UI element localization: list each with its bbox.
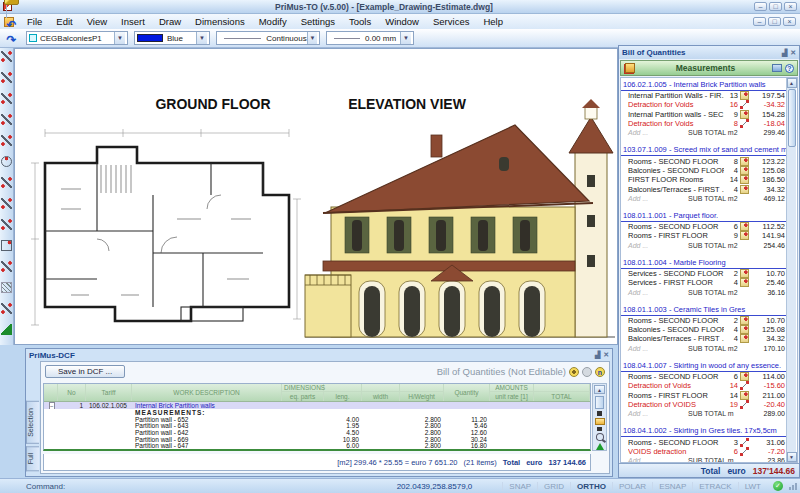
measurement-row[interactable]: Detraction of Voids 14 -15.60 [621,381,787,390]
printer-icon[interactable] [772,64,782,72]
line-tool-icon[interactable] [1,51,12,62]
pause-icon[interactable] [582,367,592,377]
measurement-row[interactable]: Services - FIRST FLOOR 4 25.46 [621,278,787,287]
measurement-row[interactable]: Internal Partition Walls - FIR... 13 197… [621,91,787,100]
scroll-up-icon[interactable]: ▲ [787,78,797,88]
table-row[interactable]: Partition wall - 669 10.80 2.800 30.24 [44,436,590,443]
measurement-row[interactable]: FIRST FLOOR Rooms 14 186.50 [621,175,787,184]
pin-icon[interactable]: ▟ [782,49,787,57]
dcf-group-row[interactable]: − 1 106.02.1.005 Internal Brick Partitio… [44,402,590,409]
folder-icon[interactable] [595,418,605,425]
save-in-dcf-button[interactable]: Save in DCF ... [45,365,125,378]
chevron-down-icon[interactable]: ▼ [400,32,411,44]
table-row[interactable]: Partition wall - 648 3.75 2.800 10.50 [44,449,590,451]
undo-icon[interactable] [4,18,19,33]
table-row[interactable]: Partition wall - 647 6.00 2.800 16.80 [44,442,590,449]
toggle-lwt[interactable]: LWT [738,482,767,491]
resize-grip-icon[interactable] [789,483,797,490]
toggle-polar[interactable]: POLAR [612,482,652,491]
dcf-tab[interactable]: Full [26,446,39,471]
measurement-row[interactable]: Balconies/Terraces - FIRST ... 4 34.32 [621,334,787,343]
measurement-row[interactable]: Detraction of VOIDS 19 -20.40 [621,400,787,409]
linetype-combo[interactable]: Continuous ▼ [216,31,320,45]
measurement-row[interactable]: Rooms - FIRST FLOOR 14 211.00 [621,391,787,400]
polyline-tool-icon[interactable] [1,72,12,83]
measurement-row[interactable]: Rooms - SECOND FLOOR 2 10.70 [621,316,787,325]
menu-draw[interactable]: Draw [152,15,188,28]
measurement-row[interactable]: Services - SECOND FLOOR 2 10.70 [621,269,787,278]
close-button[interactable]: × [784,2,797,11]
freehand-tool-icon[interactable] [1,135,12,146]
doc-close-button[interactable]: × [783,17,796,26]
layer-combo[interactable]: CEGBalconiesP1 ▼ [26,31,128,45]
ellipse-tool-icon[interactable] [1,198,12,209]
color-combo[interactable]: Blue ▼ [134,31,210,45]
polygon-tool-icon[interactable] [1,261,12,272]
doc-restore-button[interactable]: □ [768,17,781,26]
add-link[interactable]: Add ... [628,195,688,202]
splitter-icon[interactable] [597,411,602,416]
menu-file[interactable]: File [20,15,49,28]
magnifier-icon[interactable] [596,433,604,441]
measurement-row[interactable]: Rooms - SECOND FLOOR 8 123.22 [621,156,787,165]
boq-section-title[interactable]: 108.01.1.001 - Parquet floor. [621,209,787,222]
note-icon[interactable]: n [595,367,605,377]
boq-section-title[interactable]: 108.01.1.004 - Marble Flooring [621,256,787,269]
table-row[interactable]: Partition wall - 642 4.50 2.800 12.60 [44,429,590,436]
add-link[interactable]: Add ... [628,289,688,296]
menu-view[interactable]: View [80,15,114,28]
help-icon[interactable]: ? [785,64,794,73]
add-link[interactable]: Add ... [628,242,688,249]
drawing-canvas[interactable]: GROUND FLOOR ELEVATION VIEW [14,48,618,345]
add-link[interactable]: Add ... [628,410,688,417]
close-icon[interactable]: ✕ [603,351,609,359]
maximize-button[interactable]: □ [769,2,782,11]
doc-minimize-button[interactable]: – [753,17,766,26]
image-tool-icon[interactable] [1,303,12,314]
menu-services[interactable]: Services [426,15,476,28]
menu-help[interactable]: Help [476,15,510,28]
table-row[interactable]: Partition wall - 652 4.00 2.800 11.20 [44,416,590,423]
chevron-down-icon[interactable]: ▼ [196,32,207,44]
rect-sketch-tool-icon[interactable] [1,114,12,125]
cloud-tool-icon[interactable] [1,219,12,230]
pin-icon[interactable]: ▟ [595,351,600,359]
toggle-grid[interactable]: GRID [537,482,570,491]
hatch-tool-icon[interactable] [1,282,12,293]
menu-window[interactable]: Window [378,15,426,28]
measurement-row[interactable]: VOIDS detraction 6 -7.20 [621,447,787,456]
measurement-row[interactable]: Rooms - FIRST FLOOR 9 141.94 [621,231,787,240]
splitter-icon[interactable] [597,427,602,432]
menu-modify[interactable]: Modify [252,15,294,28]
boq-section-title[interactable]: 106.02.1.005 - Internal Brick Partition … [621,78,787,91]
chevron-down-icon[interactable]: ▼ [114,32,125,44]
measurement-row[interactable]: Detraction for Voids 8 -18.04 [621,119,787,128]
arc-tool-icon[interactable] [1,177,12,188]
chevron-down-icon[interactable]: ▼ [307,32,317,44]
measurement-row[interactable]: Rooms - SECOND FLOOR 3 31.06 [621,437,787,446]
toggle-ortho[interactable]: ORTHO [570,482,612,491]
measurement-row[interactable]: Internal Partition walls - SEC... 9 154.… [621,110,787,119]
scroll-down-icon[interactable]: ▼ [787,452,797,462]
measurement-row[interactable]: Detraction for Voids 16 -34.32 [621,100,787,109]
toggle-esnap[interactable]: ESNAP [652,482,692,491]
apply-icon[interactable] [596,443,604,450]
circle-tool-icon[interactable] [1,156,12,167]
measurement-row[interactable]: Rooms - SECOND FLOOR 6 114.00 [621,372,787,381]
minimize-button[interactable]: – [754,2,767,11]
lineweight-combo[interactable]: 0.00 mm ▼ [326,31,414,45]
scroll-thumb[interactable] [595,396,604,409]
measurement-row[interactable]: Balconies - SECOND FLOOR 4 125.08 [621,325,787,334]
command-prompt[interactable]: Command: [26,482,65,491]
record-icon[interactable] [569,367,579,377]
close-icon[interactable]: ✕ [790,49,796,57]
scroll-thumb[interactable] [788,89,796,147]
spline-tool-icon[interactable] [1,93,12,104]
table-row[interactable]: Partition wall - 643 1.95 2.800 5.46 [44,423,590,430]
toggle-etrack[interactable]: ETRACK [692,482,737,491]
area-measure-tool-icon[interactable] [1,324,12,335]
menu-edit[interactable]: Edit [49,15,79,28]
measurement-row[interactable]: Balconies/Terraces - FIRST ... 4 34.32 [621,184,787,193]
boq-section-title[interactable]: 103.07.1.009 - Screed mix of sand and ce… [621,143,787,156]
add-link[interactable]: Add ... [628,457,688,463]
